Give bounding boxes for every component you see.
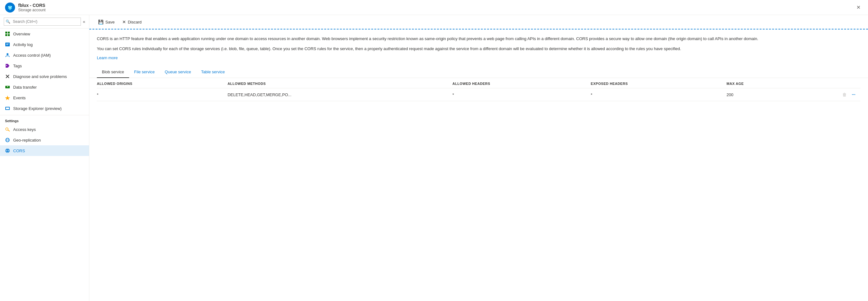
- sidebar-item-activity-label: Activity log: [13, 42, 33, 47]
- table-header-row: ALLOWED ORIGINS ALLOWED METHODS ALLOWED …: [97, 78, 861, 88]
- cors-table-container: ALLOWED ORIGINS ALLOWED METHODS ALLOWED …: [89, 78, 868, 301]
- overview-icon: [5, 31, 10, 36]
- app-icon: [5, 2, 15, 12]
- delete-row-button[interactable]: 🗑: [841, 92, 848, 98]
- cell-exposed: *: [591, 88, 726, 101]
- cors-table: ALLOWED ORIGINS ALLOWED METHODS ALLOWED …: [97, 78, 861, 101]
- sidebar-item-diagnose-label: Diagnose and solve problems: [13, 74, 67, 79]
- main-layout: 🔍 « Overview Activity log: [0, 15, 868, 301]
- sidebar-item-events-label: Events: [13, 96, 26, 100]
- sidebar-item-geo-label: Geo-replication: [13, 138, 41, 142]
- search-input[interactable]: [4, 18, 81, 26]
- svg-point-9: [6, 65, 7, 66]
- tab-file-service[interactable]: File service: [129, 66, 160, 78]
- cell-maxage: 200: [726, 88, 796, 101]
- learn-more-link[interactable]: Learn more: [97, 56, 118, 60]
- sidebar-item-activity-log[interactable]: Activity log: [0, 39, 89, 50]
- description-para2: You can set CORS rules individually for …: [97, 46, 861, 52]
- col-exposed-headers: EXPOSED HEADERS: [591, 78, 726, 88]
- tab-table-service[interactable]: Table service: [196, 66, 230, 78]
- settings-section-header: Settings: [0, 115, 89, 124]
- discard-button[interactable]: ✕ Discard: [119, 18, 146, 26]
- tabs: Blob service File service Queue service …: [89, 66, 868, 78]
- app-subtitle: Storage account: [18, 8, 45, 12]
- col-allowed-origins: ALLOWED ORIGINS: [97, 78, 227, 88]
- explorer-icon: [5, 106, 10, 111]
- sidebar-item-storage-explorer-label: Storage Explorer (preview): [13, 106, 62, 111]
- save-button[interactable]: 💾 Save: [94, 18, 119, 26]
- svg-rect-5: [5, 43, 10, 46]
- col-allowed-methods: ALLOWED METHODS: [227, 78, 452, 88]
- sidebar-item-events[interactable]: Events: [0, 92, 89, 103]
- svg-rect-1: [5, 32, 7, 34]
- sidebar: 🔍 « Overview Activity log: [0, 15, 89, 301]
- cell-methods: DELETE,HEAD,GET,MERGE,PO...: [227, 88, 452, 101]
- sidebar-item-access-keys[interactable]: Access keys: [0, 124, 89, 135]
- cell-headers: *: [452, 88, 591, 101]
- col-actions: [796, 78, 861, 88]
- nav-list: Overview Activity log Access control (IA…: [0, 29, 89, 114]
- app-title: fblux - CORS: [18, 3, 45, 8]
- cell-origins: *: [97, 88, 227, 101]
- sidebar-item-storage-explorer[interactable]: Storage Explorer (preview): [0, 103, 89, 114]
- svg-point-14: [6, 128, 8, 130]
- table-row: * DELETE,HEAD,GET,MERGE,PO... * * 200 🗑 …: [97, 88, 861, 101]
- tags-icon: [5, 63, 10, 68]
- cell-actions: 🗑 ···: [796, 88, 861, 101]
- svg-rect-4: [8, 34, 10, 36]
- close-button[interactable]: ✕: [854, 3, 863, 11]
- sidebar-item-overview-label: Overview: [13, 32, 30, 36]
- description-para1: CORS is an HTTP feature that enables a w…: [97, 36, 861, 42]
- content-area: 💾 Save ✕ Discard CORS is an HTTP feature…: [89, 15, 868, 301]
- cors-icon: [5, 148, 10, 153]
- sidebar-item-tags[interactable]: Tags: [0, 61, 89, 71]
- sidebar-item-cors-label: CORS: [13, 148, 25, 153]
- svg-rect-13: [6, 107, 9, 109]
- discard-icon: ✕: [122, 20, 126, 25]
- sidebar-item-data-transfer-label: Data transfer: [13, 85, 37, 90]
- search-box: 🔍 «: [0, 15, 89, 29]
- events-icon: [5, 95, 10, 100]
- more-options-button[interactable]: ···: [850, 92, 857, 98]
- col-max-age: MAX AGE: [726, 78, 796, 88]
- activity-icon: [5, 42, 10, 47]
- iam-icon: [5, 53, 10, 58]
- toolbar: 💾 Save ✕ Discard: [89, 15, 868, 29]
- tab-blob-service[interactable]: Blob service: [97, 66, 129, 78]
- data-transfer-icon: [5, 85, 10, 90]
- sidebar-item-data-transfer[interactable]: Data transfer: [0, 82, 89, 92]
- collapse-sidebar-button[interactable]: «: [83, 19, 85, 24]
- svg-line-15: [8, 130, 10, 131]
- sidebar-item-diagnose[interactable]: Diagnose and solve problems: [0, 71, 89, 82]
- geo-icon: [5, 137, 10, 142]
- sidebar-item-access-keys-label: Access keys: [13, 127, 36, 132]
- svg-point-8: [7, 53, 8, 55]
- key-icon: [5, 127, 10, 132]
- sidebar-item-iam[interactable]: Access control (IAM): [0, 50, 89, 61]
- sidebar-item-overview[interactable]: Overview: [0, 29, 89, 39]
- app-header: fblux - CORS Storage account: [5, 2, 45, 12]
- search-icon: 🔍: [6, 20, 10, 24]
- description-section: CORS is an HTTP feature that enables a w…: [89, 29, 868, 66]
- sidebar-item-tags-label: Tags: [13, 64, 22, 68]
- diagnose-icon: [5, 74, 10, 79]
- svg-rect-2: [8, 32, 10, 34]
- sidebar-item-iam-label: Access control (IAM): [13, 53, 51, 58]
- sidebar-item-cors[interactable]: CORS: [0, 145, 89, 156]
- svg-marker-11: [5, 96, 10, 100]
- save-icon: 💾: [98, 20, 103, 25]
- svg-rect-3: [5, 34, 7, 36]
- top-bar: fblux - CORS Storage account ✕: [0, 0, 868, 15]
- tab-queue-service[interactable]: Queue service: [160, 66, 196, 78]
- col-allowed-headers: ALLOWED HEADERS: [452, 78, 591, 88]
- sidebar-item-geo-replication[interactable]: Geo-replication: [0, 135, 89, 145]
